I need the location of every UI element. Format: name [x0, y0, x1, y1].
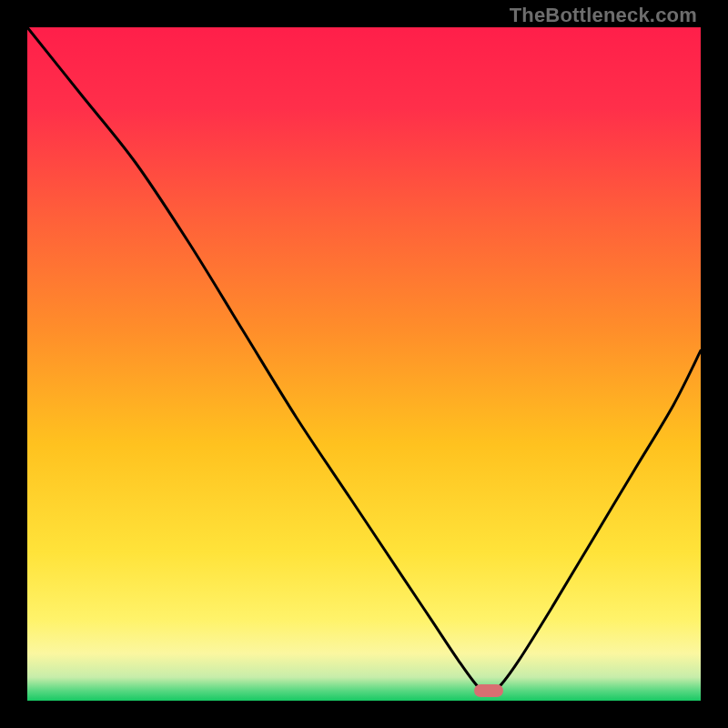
chart-frame: TheBottleneck.com	[0, 0, 728, 728]
watermark-label: TheBottleneck.com	[510, 4, 697, 27]
svg-rect-0	[27, 27, 701, 701]
background-gradient	[27, 27, 701, 701]
plot-area	[27, 27, 701, 701]
